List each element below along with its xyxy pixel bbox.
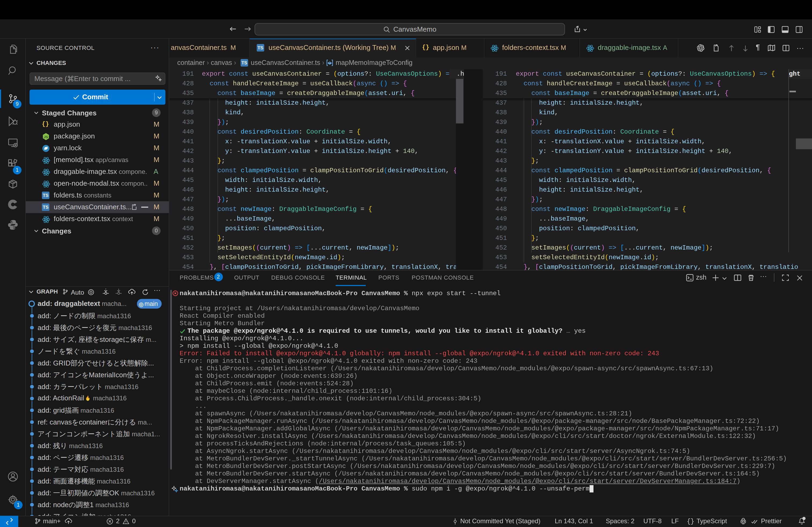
svg-text:JS: JS [44,135,48,139]
